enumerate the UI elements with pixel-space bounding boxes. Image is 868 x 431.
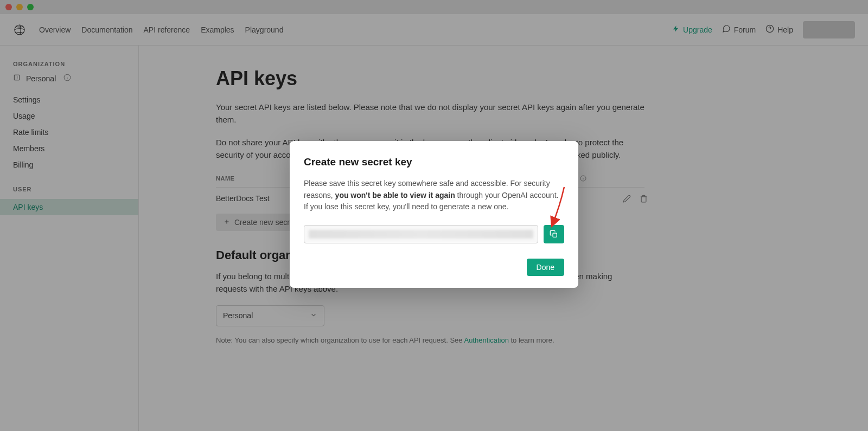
svg-rect-5 bbox=[553, 233, 557, 237]
copy-key-button[interactable] bbox=[544, 225, 564, 243]
secret-key-value-masked bbox=[309, 230, 533, 239]
create-key-modal: Create new secret key Please save this s… bbox=[290, 141, 578, 288]
modal-description: Please save this secret key somewhere sa… bbox=[304, 178, 564, 213]
secret-key-field[interactable] bbox=[304, 225, 538, 243]
done-button[interactable]: Done bbox=[527, 259, 564, 276]
modal-title: Create new secret key bbox=[304, 156, 564, 168]
modal-overlay[interactable]: Create new secret key Please save this s… bbox=[0, 0, 868, 431]
copy-icon bbox=[550, 230, 558, 239]
